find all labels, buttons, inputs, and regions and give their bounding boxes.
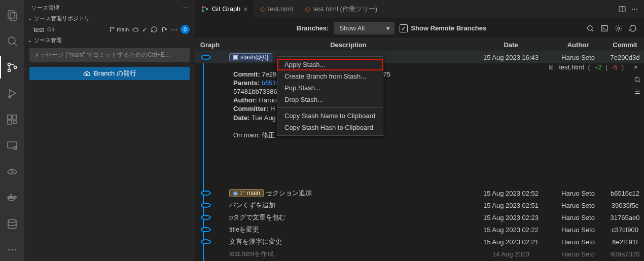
commit-row[interactable]: パンくずを追加 15 Aug 2023 02:51Haruo Seto39035… xyxy=(195,199,644,211)
docker-icon[interactable] xyxy=(0,187,24,209)
check-icon[interactable]: ✓ xyxy=(142,26,148,33)
stash-tag: ▣stash@{0} xyxy=(229,53,272,61)
html-file-icon: ◇ xyxy=(305,5,310,13)
svg-point-30 xyxy=(202,10,204,12)
svg-point-37 xyxy=(618,27,620,29)
menu-pop-stash[interactable]: Pop Stash... xyxy=(277,82,383,94)
commit-row[interactable]: ◉main セクション追加 15 Aug 2023 02:52 Haruo Se… xyxy=(195,187,644,199)
svg-rect-8 xyxy=(8,115,12,119)
head-indicator-icon: ◉ xyxy=(233,190,238,197)
close-detail-icon[interactable]: × xyxy=(634,63,641,71)
svg-point-34 xyxy=(588,25,592,30)
col-author: Author xyxy=(550,39,606,51)
cloud-icon[interactable] xyxy=(132,26,139,33)
graph-body: ▣stash@{0} 15 Aug 2023 16:43 Haruo Seto … xyxy=(195,51,644,261)
svg-point-21 xyxy=(12,249,13,251)
close-icon[interactable]: × xyxy=(243,5,247,13)
changes-badge: 0 xyxy=(181,25,190,34)
svg-point-26 xyxy=(162,27,163,28)
extensions-icon[interactable] xyxy=(0,108,24,131)
commit-dot xyxy=(201,55,211,60)
commit-dot xyxy=(201,239,211,244)
svg-rect-18 xyxy=(10,195,12,196)
commit-row[interactable]: 文言を漢字に変更 15 Aug 2023 02:21Haruo Seto6e2f… xyxy=(195,236,644,248)
more-actions-icon[interactable]: ⋯ xyxy=(171,26,177,33)
search-icon[interactable] xyxy=(0,30,24,53)
sidebar-title: ソース管理 xyxy=(31,4,59,12)
branch-icon xyxy=(240,191,245,196)
svg-line-35 xyxy=(592,29,593,31)
svg-point-2 xyxy=(8,37,15,44)
svg-line-39 xyxy=(638,81,640,82)
publish-branch-button[interactable]: Branch の発行 xyxy=(29,67,190,80)
refresh-icon[interactable] xyxy=(629,24,637,32)
more-icon[interactable]: ⋯ xyxy=(183,5,189,11)
commit-row[interactable]: ▣stash@{0} 15 Aug 2023 16:43 Haruo Seto … xyxy=(195,51,644,63)
svg-rect-11 xyxy=(13,121,16,124)
sidebar: ソース管理 ⋯ ⌄ ソース管理リポジトリ test Git main ✓ ⋯ 0… xyxy=(24,0,195,261)
commit-row[interactable]: pタグで文章を包む 15 Aug 2023 02:23Haruo Seto317… xyxy=(195,211,644,223)
remote-explorer-icon[interactable] xyxy=(0,135,24,157)
svg-line-3 xyxy=(14,43,17,46)
branches-label: Branches: xyxy=(297,24,329,32)
database-icon[interactable] xyxy=(0,213,24,235)
menu-copy-stash-hash[interactable]: Copy Stash Hash to Clipboard xyxy=(277,122,383,133)
stash-icon: ▣ xyxy=(233,54,238,61)
refresh-icon[interactable] xyxy=(151,26,158,33)
overflow-icon[interactable] xyxy=(0,239,24,262)
svg-rect-0 xyxy=(8,11,14,18)
tab-gitgraph[interactable]: Git Graph × xyxy=(195,0,254,18)
commit-dot xyxy=(201,203,211,208)
svg-rect-9 xyxy=(13,115,17,119)
chevron-down-icon: ⌄ xyxy=(27,37,32,44)
svg-point-6 xyxy=(14,66,17,68)
graph-icon[interactable] xyxy=(161,26,168,33)
html-file-icon: ◇ xyxy=(260,5,265,13)
commit-dot xyxy=(201,227,211,232)
gear-icon[interactable] xyxy=(615,24,623,32)
svg-point-23 xyxy=(110,27,111,28)
menu-copy-stash-name[interactable]: Copy Stash Name to Clipboard xyxy=(277,110,383,122)
svg-rect-36 xyxy=(601,25,607,31)
svg-point-43 xyxy=(241,192,242,193)
svg-rect-1 xyxy=(10,13,16,20)
review-icon[interactable] xyxy=(634,76,641,83)
list-icon[interactable] xyxy=(634,88,641,95)
more-tab-icon[interactable]: ⋯ xyxy=(631,5,638,13)
menu-create-branch-stash[interactable]: Create Branch from Stash... xyxy=(277,70,383,82)
explorer-icon[interactable] xyxy=(0,4,24,26)
commit-row[interactable]: test.htmlを作成 14 Aug 2023Haruo Seto939a73… xyxy=(195,248,644,260)
repo-section-header[interactable]: ⌄ ソース管理リポジトリ xyxy=(24,14,195,23)
terminal-icon[interactable] xyxy=(600,24,609,32)
gitlens-icon[interactable] xyxy=(0,161,24,183)
changed-file[interactable]: 🗎 test.html (+2 | -5 ) xyxy=(548,63,624,71)
cloud-upload-icon xyxy=(83,69,91,78)
svg-line-14 xyxy=(16,149,17,150)
source-control-icon[interactable] xyxy=(0,56,24,79)
col-description: Description xyxy=(225,39,472,51)
col-commit: Commit xyxy=(606,39,644,51)
show-remote-checkbox[interactable]: ✓ Show Remote Branches xyxy=(400,24,486,32)
menu-separator xyxy=(277,107,383,108)
commit-row[interactable]: titleを変更 15 Aug 2023 02:22Haruo Setoc37c… xyxy=(195,223,644,236)
svg-point-19 xyxy=(8,219,16,222)
branch-indicator[interactable]: main xyxy=(109,26,129,32)
tab-file2[interactable]: ◇ test.html (作業ツリー) xyxy=(299,0,383,18)
tab-file1[interactable]: ◇ test.html xyxy=(254,0,299,18)
svg-point-38 xyxy=(635,77,639,81)
table-header: Graph Description Date Author Commit xyxy=(195,39,644,51)
commit-message-input[interactable]: メッセージ ("main" でコミットするためのCtrl+E... xyxy=(29,48,190,62)
file-icon: 🗎 xyxy=(548,63,555,71)
svg-point-28 xyxy=(165,29,166,30)
repo-row[interactable]: test Git main ✓ ⋯ 0 xyxy=(24,23,195,35)
run-debug-icon[interactable] xyxy=(0,83,24,105)
search-icon[interactable] xyxy=(586,24,594,32)
menu-apply-stash[interactable]: Apply Stash... xyxy=(277,59,383,70)
repo-type: Git xyxy=(47,26,54,32)
scm-section-header[interactable]: ⌄ ソース管理 xyxy=(24,35,195,45)
tab-bar: Git Graph × ◇ test.html ◇ test.html (作業ツ… xyxy=(195,0,644,18)
branches-select[interactable]: Show All xyxy=(334,22,395,34)
col-date: Date xyxy=(472,39,550,51)
split-editor-icon[interactable] xyxy=(618,5,626,13)
menu-drop-stash[interactable]: Drop Stash... xyxy=(277,94,383,105)
